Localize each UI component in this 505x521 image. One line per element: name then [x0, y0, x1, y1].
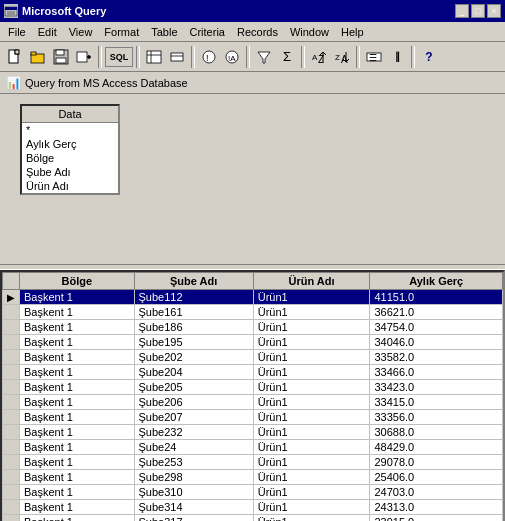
sort-asc-button[interactable]: AZ — [308, 46, 330, 68]
table-names-button[interactable] — [166, 46, 188, 68]
cell-sube: Şube186 — [134, 320, 253, 335]
sigma-button[interactable]: Σ — [276, 46, 298, 68]
table-row[interactable]: Başkent 1Şube195Ürün134046.0 — [3, 335, 503, 350]
separator-1 — [98, 46, 102, 68]
table-row[interactable]: Başkent 1Şube204Ürün133466.0 — [3, 365, 503, 380]
row-indicator — [3, 500, 20, 515]
row-indicator — [3, 485, 20, 500]
cell-bolge: Başkent 1 — [20, 380, 135, 395]
table-row[interactable]: Başkent 1Şube253Ürün129078.0 — [3, 455, 503, 470]
cell-aylik: 24703.0 — [370, 485, 503, 500]
auto-query-button[interactable]: !A — [221, 46, 243, 68]
sql-button[interactable]: SQL — [105, 47, 133, 67]
data-panel: Data * Aylık Gerç Bölge Şube Adı Ürün Ad… — [20, 104, 120, 195]
open-button[interactable] — [27, 46, 49, 68]
cell-urun: Ürün1 — [253, 485, 370, 500]
table-row[interactable]: Başkent 1Şube205Ürün133423.0 — [3, 380, 503, 395]
cell-aylik: 29078.0 — [370, 455, 503, 470]
add-table-button[interactable] — [73, 46, 95, 68]
data-panel-header: Data — [22, 106, 118, 123]
table-row[interactable]: Başkent 1Şube24Ürün148429.0 — [3, 440, 503, 455]
table-row[interactable]: Başkent 1Şube206Ürün133415.0 — [3, 395, 503, 410]
data-grid-wrapper[interactable]: Bölge Şube Adı Ürün Adı Aylık Gerç ▶Başk… — [0, 270, 505, 521]
cell-sube: Şube205 — [134, 380, 253, 395]
header-aylik[interactable]: Aylık Gerç — [370, 273, 503, 290]
data-panel-field-2[interactable]: Şube Adı — [22, 165, 118, 179]
table-row[interactable]: Başkent 1Şube298Ürün125406.0 — [3, 470, 503, 485]
cell-bolge: Başkent 1 — [20, 335, 135, 350]
query-now-button[interactable]: ! — [198, 46, 220, 68]
help-button[interactable]: ? — [418, 46, 440, 68]
save-button[interactable] — [50, 46, 72, 68]
cell-urun: Ürün1 — [253, 395, 370, 410]
menu-table[interactable]: Table — [145, 24, 183, 40]
svg-rect-1 — [5, 7, 17, 10]
menu-records[interactable]: Records — [231, 24, 284, 40]
menu-format[interactable]: Format — [98, 24, 145, 40]
table-row[interactable]: Başkent 1Şube314Ürün124313.0 — [3, 500, 503, 515]
svg-rect-9 — [56, 50, 64, 55]
table-row[interactable]: Başkent 1Şube207Ürün133356.0 — [3, 410, 503, 425]
cell-aylik: 34046.0 — [370, 335, 503, 350]
svg-text:Z: Z — [335, 53, 340, 62]
cell-urun: Ürün1 — [253, 440, 370, 455]
cell-sube: Şube317 — [134, 515, 253, 522]
data-panel-field-1[interactable]: Bölge — [22, 151, 118, 165]
row-indicator — [3, 455, 20, 470]
maximize-button[interactable]: □ — [471, 4, 485, 18]
cell-aylik: 23915.0 — [370, 515, 503, 522]
header-urun[interactable]: Ürün Adı — [253, 273, 370, 290]
cell-aylik: 24313.0 — [370, 500, 503, 515]
query-title-bar: 📊 Query from MS Access Database — [0, 72, 505, 94]
table-row[interactable]: Başkent 1Şube202Ürün133582.0 — [3, 350, 503, 365]
cell-bolge: Başkent 1 — [20, 410, 135, 425]
table-row[interactable]: Başkent 1Şube317Ürün123915.0 — [3, 515, 503, 522]
cell-sube: Şube310 — [134, 485, 253, 500]
cell-sube: Şube195 — [134, 335, 253, 350]
table-row[interactable]: Başkent 1Şube186Ürün134754.0 — [3, 320, 503, 335]
cell-bolge: Başkent 1 — [20, 290, 135, 305]
svg-text:!A: !A — [228, 54, 236, 63]
cell-aylik: 48429.0 — [370, 440, 503, 455]
or-criteria-button[interactable]: ‖ — [386, 46, 408, 68]
cell-sube: Şube112 — [134, 290, 253, 305]
header-sube[interactable]: Şube Adı — [134, 273, 253, 290]
svg-text:!: ! — [206, 53, 209, 63]
cell-urun: Ürün1 — [253, 470, 370, 485]
data-panel-field-0[interactable]: Aylık Gerç — [22, 137, 118, 151]
cell-sube: Şube206 — [134, 395, 253, 410]
cell-bolge: Başkent 1 — [20, 425, 135, 440]
menu-edit[interactable]: Edit — [32, 24, 63, 40]
sort-desc-button[interactable]: ZA — [331, 46, 353, 68]
separator-2 — [136, 46, 140, 68]
table-row[interactable]: Başkent 1Şube232Ürün130688.0 — [3, 425, 503, 440]
field-list-button[interactable] — [143, 46, 165, 68]
minimize-button[interactable]: _ — [455, 4, 469, 18]
menu-file[interactable]: File — [2, 24, 32, 40]
row-indicator — [3, 350, 20, 365]
cell-urun: Ürün1 — [253, 365, 370, 380]
cell-urun: Ürün1 — [253, 380, 370, 395]
cell-bolge: Başkent 1 — [20, 350, 135, 365]
grid-header-row: Bölge Şube Adı Ürün Adı Aylık Gerç — [3, 273, 503, 290]
svg-marker-23 — [258, 52, 270, 63]
new-button[interactable] — [4, 46, 26, 68]
cell-bolge: Başkent 1 — [20, 305, 135, 320]
data-panel-field-3[interactable]: Ürün Adı — [22, 179, 118, 193]
header-bolge[interactable]: Bölge — [20, 273, 135, 290]
criteria-field-button[interactable]: ☰ — [363, 46, 385, 68]
table-row[interactable]: Başkent 1Şube161Ürün136621.0 — [3, 305, 503, 320]
svg-rect-5 — [15, 50, 19, 54]
filter-button[interactable] — [253, 46, 275, 68]
close-button[interactable]: × — [487, 4, 501, 18]
menu-help[interactable]: Help — [335, 24, 370, 40]
row-indicator: ▶ — [3, 290, 20, 305]
table-row[interactable]: ▶Başkent 1Şube112Ürün141151.0 — [3, 290, 503, 305]
menu-criteria[interactable]: Criteria — [184, 24, 231, 40]
query-title-text: Query from MS Access Database — [25, 77, 188, 89]
cell-sube: Şube204 — [134, 365, 253, 380]
cell-sube: Şube202 — [134, 350, 253, 365]
menu-view[interactable]: View — [63, 24, 99, 40]
menu-window[interactable]: Window — [284, 24, 335, 40]
table-row[interactable]: Başkent 1Şube310Ürün124703.0 — [3, 485, 503, 500]
